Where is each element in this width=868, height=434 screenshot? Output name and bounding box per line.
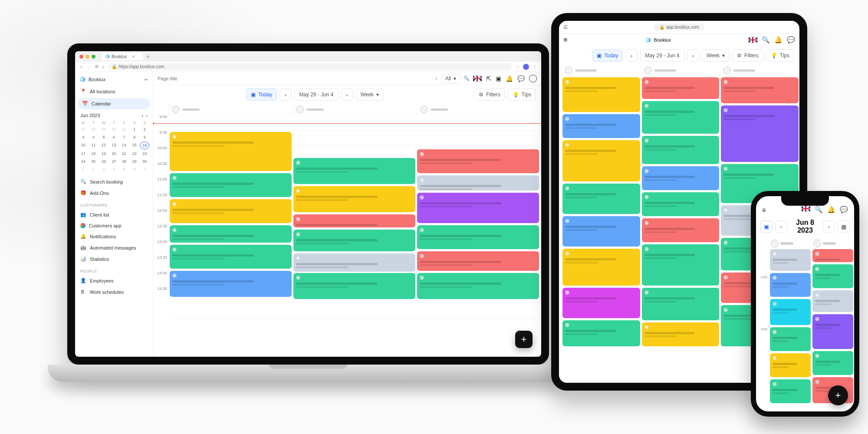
range-next-button[interactable]: › (341, 89, 353, 101)
filter-all-dropdown[interactable]: All ▾ (441, 74, 460, 83)
mini-cal-day[interactable]: 17 (79, 150, 88, 157)
calendar-event[interactable] (170, 225, 292, 243)
sidebar-item-customers-app[interactable]: Customers app (75, 220, 153, 231)
chat-icon[interactable]: 💬 (840, 206, 848, 214)
chat-icon[interactable]: 💬 (517, 75, 525, 82)
mini-cal-day[interactable]: 18 (89, 150, 99, 157)
today-button[interactable]: ▣ Today (246, 89, 277, 101)
calendar-event[interactable] (642, 244, 720, 286)
calendar-event[interactable] (812, 249, 853, 262)
calendar-event[interactable] (770, 273, 811, 297)
sidebar-toggle-icon[interactable]: ☰ (563, 24, 568, 30)
search-icon[interactable]: 🔍 (762, 36, 770, 44)
today-button[interactable]: ▣ (760, 220, 773, 233)
home-icon[interactable]: ⌂ (102, 64, 105, 69)
next-button[interactable]: › (279, 89, 292, 101)
calendar-event[interactable] (642, 322, 720, 346)
calendar-event[interactable] (562, 140, 640, 181)
mini-cal-day[interactable]: 1 (79, 166, 88, 173)
url-pill[interactable]: 🔒 app.booklux.com (654, 24, 704, 30)
calendar-event[interactable] (721, 105, 799, 162)
calendar-event[interactable] (642, 77, 720, 99)
calendar-event[interactable] (642, 288, 720, 320)
calendar-event[interactable] (642, 101, 720, 134)
add-booking-fab[interactable]: + (515, 331, 533, 348)
sidebar-item-notifications[interactable]: 🔔 Notifications (75, 231, 153, 242)
calendar-event[interactable] (812, 290, 853, 312)
prev-day-button[interactable]: ‹ (775, 220, 787, 233)
search-icon[interactable]: 🔍 (815, 206, 823, 214)
mini-cal-day[interactable]: 4 (109, 166, 119, 173)
filters-button[interactable]: ⚙ Filters (474, 89, 505, 101)
close-tab-icon[interactable]: × (132, 54, 135, 59)
view-select[interactable]: Week ▾ (356, 89, 384, 101)
calendar-event[interactable] (721, 77, 799, 103)
mini-cal-day[interactable]: 28 (119, 158, 129, 165)
menu-icon[interactable]: ⋮ (533, 64, 537, 69)
mini-cal-day[interactable]: 15 (130, 141, 139, 149)
calendar-event[interactable] (812, 351, 853, 375)
calendar-grid[interactable] (169, 115, 541, 357)
view-select[interactable]: Week ▾ (702, 49, 730, 62)
date-range-label[interactable]: May 29 - Jun 4 (640, 49, 684, 62)
calendar-event[interactable] (770, 299, 811, 325)
range-next-button[interactable]: › (687, 49, 699, 62)
mini-cal-day[interactable]: 2 (140, 126, 149, 133)
mini-cal-day[interactable]: 29 (99, 126, 108, 133)
browser-tab[interactable]: 🧊 Booklux × (102, 53, 143, 60)
calendar-event[interactable] (562, 216, 640, 247)
mini-cal-day[interactable]: 3 (99, 166, 108, 173)
filters-button[interactable]: ⚙ Filters (732, 49, 763, 62)
mini-cal-day[interactable]: 9 (140, 134, 149, 141)
mini-cal-day[interactable]: 31 (119, 126, 129, 133)
mini-cal-day[interactable]: 26 (99, 158, 108, 165)
mini-cal-day[interactable]: 30 (109, 126, 119, 133)
profile-avatar-icon[interactable] (529, 75, 537, 82)
sidebar-item-statistics[interactable]: 📊 Statistics (75, 253, 153, 265)
calendar-event[interactable] (770, 327, 811, 351)
mini-cal-day[interactable]: 3 (79, 134, 88, 141)
calendar-event[interactable] (642, 136, 720, 164)
mini-cal-day[interactable]: 12 (99, 141, 108, 149)
mini-cal-day[interactable]: 27 (79, 126, 88, 133)
calendar-event[interactable] (417, 149, 539, 173)
mini-cal-day[interactable]: 10 (79, 141, 88, 149)
calendar-event[interactable] (170, 199, 292, 223)
mini-cal-day[interactable]: 22 (130, 150, 139, 157)
extension-icon[interactable] (523, 64, 529, 70)
sidebar-item-client-list[interactable]: 👥 Client list (75, 209, 153, 220)
mini-calendar-month[interactable]: Jun 2023 (80, 113, 100, 118)
calendar-grid[interactable]: 2:003:00 (756, 249, 854, 405)
calendar-event[interactable] (170, 271, 292, 297)
today-button[interactable]: ▣ Today (592, 49, 623, 62)
mini-cal-day[interactable]: 6 (130, 166, 139, 173)
calendar-event[interactable] (812, 264, 853, 288)
language-flag-icon[interactable] (749, 37, 757, 43)
forward-icon[interactable]: → (87, 64, 92, 69)
mini-cal-day[interactable]: 5 (99, 134, 108, 141)
calendar-event[interactable] (642, 218, 720, 242)
bell-icon[interactable]: 🔔 (774, 36, 783, 44)
book-icon[interactable]: ▣ (496, 75, 501, 82)
clear-icon[interactable]: × (435, 76, 437, 81)
new-tab-icon[interactable]: + (146, 53, 149, 60)
calendar-event[interactable] (417, 175, 539, 191)
calendar-event[interactable] (812, 314, 853, 349)
mini-cal-day[interactable]: 7 (119, 134, 129, 141)
calendar-event[interactable] (562, 320, 640, 346)
mini-cal-next-icon[interactable]: › (146, 113, 148, 118)
menu-icon[interactable]: ≡ (563, 36, 567, 44)
menu-icon[interactable]: ≡ (762, 206, 766, 214)
bell-icon[interactable]: 🔔 (827, 206, 835, 214)
back-icon[interactable]: ← (79, 64, 84, 69)
date-range-label[interactable]: May 29 - Jun 4 (294, 89, 338, 101)
export-icon[interactable]: ⇱ (486, 75, 491, 82)
calendar-event[interactable] (293, 253, 415, 272)
next-day-button[interactable]: › (823, 220, 835, 233)
mini-cal-day[interactable]: 27 (109, 158, 119, 165)
calendar-event[interactable] (562, 114, 640, 138)
bell-icon[interactable]: 🔔 (506, 75, 513, 82)
mini-cal-day[interactable]: 23 (140, 150, 149, 157)
sidebar-item-addons[interactable]: 🎁 Add-Ons (75, 187, 153, 199)
language-flag-icon[interactable] (473, 76, 482, 82)
